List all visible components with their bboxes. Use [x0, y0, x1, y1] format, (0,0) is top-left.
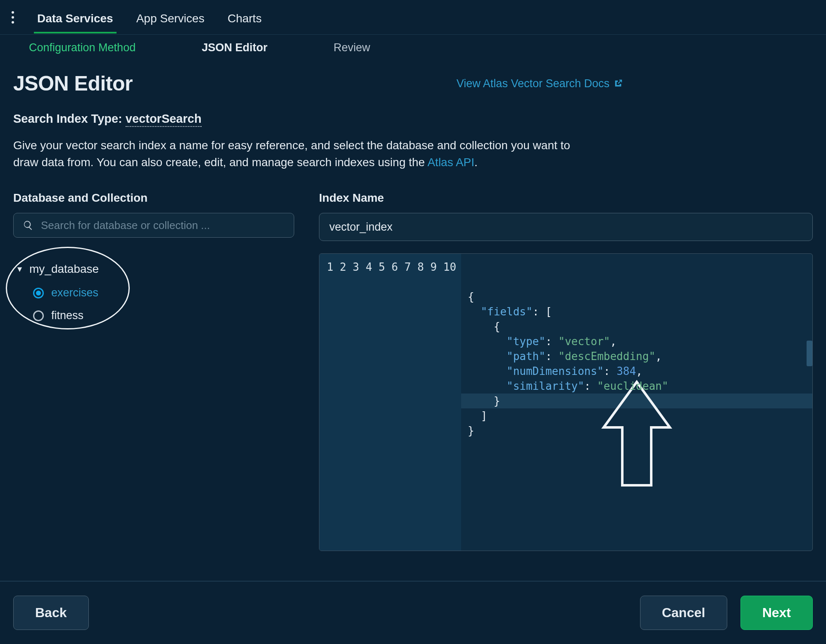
- radio-unselected-icon: [33, 310, 44, 321]
- external-link-icon: [614, 79, 623, 88]
- chevron-down-icon: ▾: [17, 264, 22, 274]
- collection-name: exercises: [51, 286, 98, 299]
- wizard-steps: Configuration Method JSON Editor Review: [0, 35, 826, 72]
- index-name-input[interactable]: [328, 220, 803, 234]
- step-label: Review: [333, 41, 370, 54]
- description: Give your vector search index a name for…: [13, 137, 592, 171]
- cancel-button[interactable]: Cancel: [640, 596, 727, 630]
- radio-selected-icon: [33, 288, 44, 298]
- editor-scrollbar-thumb[interactable]: [807, 341, 812, 366]
- step-review[interactable]: Review: [333, 41, 370, 54]
- search-index-type-value: vectorSearch: [126, 112, 202, 127]
- footer: Back Cancel Next: [0, 581, 826, 644]
- json-editor[interactable]: 1 2 3 4 5 6 7 8 9 10 { "fields": [ { "ty…: [319, 253, 813, 551]
- kebab-menu-icon[interactable]: [6, 8, 16, 27]
- tab-data-services[interactable]: Data Services: [36, 2, 115, 33]
- editor-gutter: 1 2 3 4 5 6 7 8 9 10: [319, 254, 461, 551]
- search-index-type-label: Search Index Type:: [13, 112, 122, 125]
- index-name-input-wrapper[interactable]: [319, 213, 813, 241]
- collection-name: fitness: [51, 309, 83, 322]
- step-configuration-method[interactable]: Configuration Method: [29, 41, 136, 54]
- database-collection-label: Database and Collection: [13, 191, 294, 205]
- step-label: JSON Editor: [202, 41, 267, 54]
- tab-app-services[interactable]: App Services: [135, 2, 206, 33]
- docs-link[interactable]: View Atlas Vector Search Docs: [457, 77, 623, 90]
- back-button[interactable]: Back: [13, 596, 89, 630]
- search-icon: [23, 220, 33, 231]
- database-search-input-wrapper[interactable]: [13, 213, 294, 238]
- description-text-a: Give your vector search index a name for…: [13, 139, 570, 169]
- database-name: my_database: [29, 262, 99, 276]
- collection-row-fitness[interactable]: fitness: [16, 304, 294, 327]
- page-title: JSON Editor: [13, 72, 133, 95]
- docs-link-label: View Atlas Vector Search Docs: [457, 77, 609, 90]
- database-tree: ▾ my_database exercises fitness: [13, 254, 294, 327]
- top-nav: Data Services App Services Charts: [0, 0, 826, 35]
- search-index-type: Search Index Type: vectorSearch: [13, 112, 813, 126]
- index-name-label: Index Name: [319, 191, 813, 205]
- database-search-input[interactable]: [40, 219, 285, 232]
- collection-row-exercises[interactable]: exercises: [16, 281, 294, 304]
- step-json-editor[interactable]: JSON Editor: [202, 41, 267, 54]
- step-label: Configuration Method: [29, 41, 136, 54]
- next-button[interactable]: Next: [740, 596, 813, 630]
- database-row-my-database[interactable]: ▾ my_database: [16, 257, 294, 281]
- editor-code-area[interactable]: { "fields": [ { "type": "vector", "path"…: [461, 254, 812, 551]
- atlas-api-link[interactable]: Atlas API: [427, 156, 474, 169]
- description-text-b: .: [474, 156, 478, 169]
- tab-charts[interactable]: Charts: [226, 2, 263, 33]
